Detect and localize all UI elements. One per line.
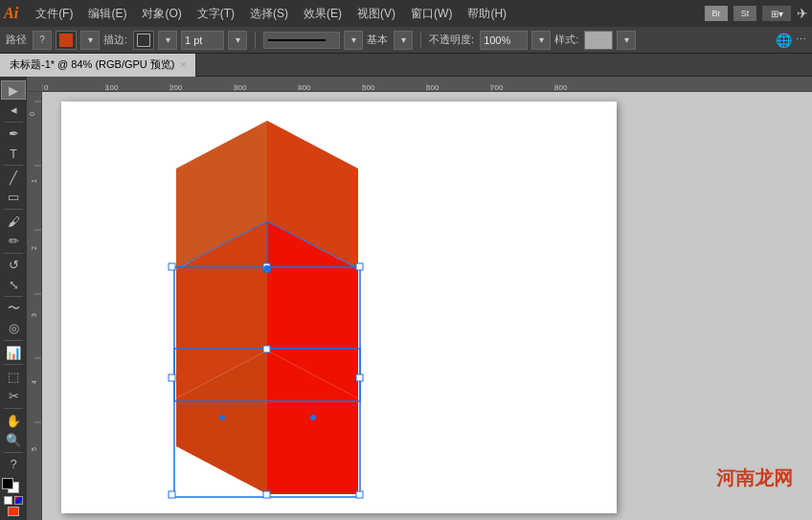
stroke-dropdown[interactable]: ▾: [158, 31, 177, 50]
stroke-weight-dropdown[interactable]: ▾: [228, 31, 247, 50]
line-tool[interactable]: ╱: [1, 168, 26, 187]
svg-text:100: 100: [105, 83, 119, 92]
selection-tool[interactable]: ▶: [1, 80, 26, 100]
menu-effect[interactable]: 效果(E): [296, 4, 350, 24]
style-label: 样式:: [554, 33, 578, 47]
scale-tool[interactable]: ⤡: [1, 275, 26, 294]
svg-text:0: 0: [44, 83, 49, 92]
unknown-tool[interactable]: ?: [1, 455, 26, 474]
svg-text:1: 1: [31, 179, 37, 183]
help-icon-btn[interactable]: ?: [33, 31, 52, 50]
handle-br[interactable]: [356, 491, 363, 498]
zoom-tool[interactable]: 🔍: [1, 430, 26, 449]
fill-swatch-btn[interactable]: [56, 31, 77, 50]
type-tool[interactable]: T: [1, 144, 26, 163]
rect-tool[interactable]: ▭: [1, 188, 26, 207]
tool-sep-6: [4, 340, 23, 341]
handle-tl[interactable]: [169, 263, 175, 270]
slice-tool[interactable]: ✂: [1, 387, 26, 406]
stroke-line: [268, 39, 326, 41]
svg-text:4: 4: [31, 380, 37, 384]
pencil-tool[interactable]: ✏: [1, 231, 26, 250]
stroke-profile-preview[interactable]: [263, 32, 340, 49]
color-indicator[interactable]: [8, 507, 19, 516]
document-tab[interactable]: 未标题-1* @ 84% (RGB/GPU 预览) ×: [0, 54, 196, 77]
color-mode-gradient[interactable]: [14, 496, 23, 505]
blend-tool[interactable]: ◎: [1, 319, 26, 338]
tab-bar: 未标题-1* @ 84% (RGB/GPU 预览) ×: [0, 54, 812, 77]
globe-icon[interactable]: 🌐: [776, 33, 792, 48]
menu-file[interactable]: 文件(F): [28, 4, 80, 24]
bridge-icon[interactable]: Br: [705, 6, 728, 21]
svg-text:500: 500: [362, 83, 375, 92]
ruler-v-svg: 0 1 2 3 4 5: [27, 92, 42, 520]
style-dropdown[interactable]: ▾: [617, 31, 636, 50]
tab-close-btn[interactable]: ×: [181, 59, 187, 70]
options-bar: 路径 ? ▾ 描边: ▾ ▾ ▾ 基本 ▾ 不透明度: ▾ 样式: ▾ 🌐 ⋯: [0, 27, 812, 54]
menu-bar: Ai 文件(F) 编辑(E) 对象(O) 文字(T) 选择(S) 效果(E) 视…: [0, 0, 812, 27]
tool-sep-3: [4, 209, 23, 210]
canvas-viewport[interactable]: 河南龙网: [42, 92, 812, 520]
menu-view[interactable]: 视图(V): [350, 4, 403, 24]
handle-tr[interactable]: [356, 263, 363, 270]
opacity-input[interactable]: [480, 31, 528, 50]
artwork-svg: [138, 116, 416, 509]
handle-bm[interactable]: [263, 491, 270, 498]
style-swatch[interactable]: [584, 31, 613, 50]
sep1: [255, 32, 256, 49]
stroke-swatch-btn[interactable]: [133, 31, 154, 50]
svg-text:2: 2: [31, 246, 37, 250]
stroke-profile-dropdown[interactable]: ▾: [344, 31, 363, 50]
menu-object[interactable]: 对象(O): [134, 4, 189, 24]
handle-rm[interactable]: [356, 374, 363, 381]
canvas-scroll: 0 1 2 3 4 5: [27, 92, 812, 520]
tool-sep-8: [4, 408, 23, 409]
menu-edit[interactable]: 编辑(E): [80, 4, 134, 24]
rotate-tool[interactable]: ↺: [1, 256, 26, 275]
tool-sep-5: [4, 296, 23, 297]
h-ruler: 0 100 200 300 400 500 600: [27, 77, 812, 92]
stock-icon[interactable]: St: [733, 6, 756, 21]
main-layout: ▶ ◂ ✒ T ╱ ▭ 🖌 ✏ ↺ ⤡ 〜 ◎ 📊 ⬚ ✂ ✋ 🔍 ?: [0, 77, 812, 520]
direct-selection-tool[interactable]: ◂: [1, 100, 26, 119]
ruler-h-content: 0 100 200 300 400 500 600: [42, 77, 812, 92]
svg-text:0: 0: [29, 112, 35, 116]
fill-dropdown[interactable]: ▾: [80, 31, 100, 50]
menu-select[interactable]: 选择(S): [242, 4, 296, 24]
color-mode-none[interactable]: [4, 496, 12, 505]
handle-lm[interactable]: [169, 374, 175, 381]
handle-bl[interactable]: [169, 491, 175, 498]
paintbrush-tool[interactable]: 🖌: [1, 212, 26, 231]
menu-help[interactable]: 帮助(H): [460, 4, 514, 24]
color-swatch-area: [2, 478, 25, 494]
tool-sep-2: [4, 165, 23, 166]
ruler-h-svg: 0 100 200 300 400 500 600: [42, 77, 812, 92]
opacity-dropdown[interactable]: ▾: [531, 31, 551, 50]
tool-sep-9: [4, 452, 23, 453]
handle-mc[interactable]: [263, 346, 270, 352]
pen-tool[interactable]: ✒: [1, 124, 26, 144]
tool-sep-4: [4, 253, 23, 254]
color-mode-btns: [4, 496, 23, 505]
menu-text[interactable]: 文字(T): [190, 4, 242, 24]
left-toolbar: ▶ ◂ ✒ T ╱ ▭ 🖌 ✏ ↺ ⤡ 〜 ◎ 📊 ⬚ ✂ ✋ 🔍 ?: [0, 77, 27, 520]
sep2: [420, 32, 421, 49]
anchor-center-top: [263, 265, 271, 273]
svg-text:5: 5: [31, 447, 37, 451]
send-icon[interactable]: ✈: [797, 6, 808, 21]
graph-tool[interactable]: 📊: [1, 343, 26, 362]
tab-title: 未标题-1* @ 84% (RGB/GPU 预览): [10, 57, 175, 72]
menu-window[interactable]: 窗口(W): [403, 4, 460, 24]
stroke-weight-input[interactable]: [181, 31, 224, 50]
hand-tool[interactable]: ✋: [1, 411, 26, 430]
fill-color-box[interactable]: [2, 478, 13, 489]
expand-icon[interactable]: ⋯: [796, 34, 806, 46]
svg-text:200: 200: [169, 83, 183, 92]
warp-tool[interactable]: 〜: [1, 299, 26, 318]
svg-text:300: 300: [234, 83, 247, 92]
basic-dropdown[interactable]: ▾: [394, 31, 413, 50]
artboard-tool[interactable]: ⬚: [1, 367, 26, 386]
svg-text:800: 800: [554, 83, 568, 92]
anchor-right: [310, 415, 316, 420]
workspace-switcher[interactable]: ⊞▾: [762, 6, 791, 21]
